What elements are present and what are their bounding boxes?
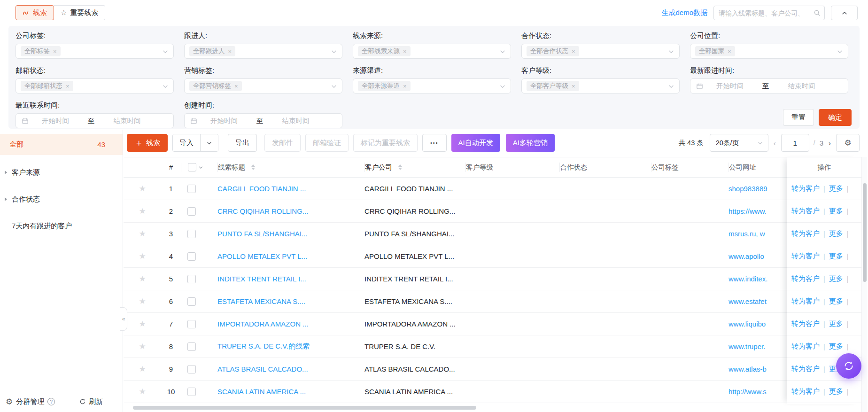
more-link[interactable]: 更多 [829, 297, 843, 306]
remove-chip-icon[interactable]: × [403, 83, 407, 89]
vertical-scrollbar-thumb[interactable] [863, 183, 867, 282]
row-checkbox[interactable] [187, 342, 196, 351]
row-checkbox[interactable] [187, 320, 196, 328]
favorite-star-icon[interactable]: ★ [139, 297, 146, 305]
lead-title-link[interactable]: INDITEX TRENT RETAIL I... [217, 275, 306, 283]
lead-title-link[interactable]: ATLAS BRASIL CALCADO... [217, 365, 308, 373]
convert-to-customer-link[interactable]: 转为客户 [791, 387, 820, 396]
lead-title-link[interactable]: PUNTO FA SL/SHANGHAI... [217, 230, 307, 238]
favorite-star-icon[interactable]: ★ [139, 320, 146, 328]
remove-chip-icon[interactable]: × [66, 83, 70, 89]
row-checkbox[interactable] [187, 252, 196, 261]
remove-chip-icon[interactable]: × [572, 83, 575, 89]
date-range-input[interactable]: 开始时间 至 结束时间 [16, 113, 174, 128]
lead-title-link[interactable]: TRUPER S.A. DE C.V.的线索 [217, 342, 310, 351]
lead-title-link[interactable]: CRRC QIQIHAR ROLLING... [217, 207, 308, 215]
filter-select[interactable]: 全部国家× [690, 44, 848, 59]
start-date-placeholder[interactable]: 开始时间 [42, 117, 69, 125]
sidebar-item-all[interactable]: 全部 43 [0, 134, 123, 155]
chevron-down-icon[interactable] [198, 165, 203, 170]
generate-demo-link[interactable]: 生成demo数据 [661, 8, 707, 17]
favorite-star-icon[interactable]: ★ [139, 230, 146, 238]
end-date-placeholder[interactable]: 结束时间 [282, 117, 310, 125]
tab-important-leads[interactable]: ☆ 重要线索 [54, 5, 105, 20]
favorite-star-icon[interactable]: ★ [139, 388, 146, 396]
row-checkbox[interactable] [187, 207, 196, 216]
row-checkbox[interactable] [187, 388, 196, 396]
help-icon[interactable]: ? [47, 398, 55, 405]
sidebar-item-cooperation-status[interactable]: 合作状态 [0, 190, 123, 209]
website-link[interactable]: www.truper. [728, 342, 765, 350]
header-company[interactable]: 客户公司 [364, 163, 465, 172]
horizontal-scrollbar-thumb[interactable] [133, 406, 476, 410]
row-checkbox[interactable] [187, 365, 196, 373]
more-link[interactable]: 更多 [829, 229, 843, 238]
remove-chip-icon[interactable]: × [572, 48, 575, 54]
lead-title-link[interactable]: ESTAFETA MEXICANA S.... [217, 297, 305, 305]
convert-to-customer-link[interactable]: 转为客户 [791, 319, 820, 328]
more-link[interactable]: 更多 [829, 274, 843, 283]
more-link[interactable]: 更多 [829, 252, 843, 261]
convert-to-customer-link[interactable]: 转为客户 [791, 342, 820, 351]
sort-icon[interactable] [251, 164, 255, 170]
next-page-button[interactable]: › [828, 139, 832, 147]
header-title[interactable]: 线索标题 [217, 163, 364, 172]
row-checkbox[interactable] [187, 297, 196, 306]
convert-to-customer-link[interactable]: 转为客户 [791, 252, 820, 261]
lead-title-link[interactable]: CARGILL FOOD TIANJIN ... [217, 185, 306, 193]
filter-select[interactable]: 全部标签× [16, 44, 174, 59]
website-link[interactable]: www.estafet [728, 297, 767, 305]
lead-title-link[interactable]: APOLLO METALEX PVT L... [217, 252, 307, 260]
lead-title-link[interactable]: SCANIA LATIN AMERICA ... [217, 388, 306, 396]
favorite-star-icon[interactable]: ★ [139, 185, 146, 193]
start-date-placeholder[interactable]: 开始时间 [716, 82, 744, 91]
search-input[interactable] [719, 9, 814, 17]
website-link[interactable]: shop983889 [728, 185, 767, 193]
filter-select[interactable]: 全部邮箱状态× [16, 78, 174, 93]
more-link[interactable]: 更多 [829, 387, 843, 396]
filter-select[interactable]: 全部线索来源× [353, 44, 511, 59]
website-link[interactable]: www.apollo [728, 252, 764, 260]
filter-select[interactable]: 全部跟进人× [184, 44, 342, 59]
page-input[interactable] [781, 134, 809, 152]
website-link[interactable]: www.atlas-b [728, 365, 767, 373]
website-link[interactable]: http://www.s [728, 388, 767, 396]
add-lead-button[interactable]: ＋ 线索 [127, 134, 168, 152]
favorite-star-icon[interactable]: ★ [139, 342, 146, 350]
end-date-placeholder[interactable]: 结束时间 [114, 117, 141, 125]
filter-select[interactable]: 全部合作状态× [521, 44, 680, 59]
sort-icon[interactable] [398, 164, 402, 170]
convert-to-customer-link[interactable]: 转为客户 [791, 207, 820, 216]
more-actions-button[interactable]: ••• [422, 134, 447, 152]
group-manage-link[interactable]: 分群管理 [16, 397, 44, 406]
confirm-button[interactable]: 确定 [819, 109, 852, 126]
send-email-button[interactable]: 发邮件 [264, 134, 301, 152]
favorite-star-icon[interactable]: ★ [139, 275, 146, 283]
page-size-select[interactable]: 20条/页 [710, 134, 768, 152]
filter-select[interactable]: 全部客户等级× [521, 78, 680, 93]
tab-leads[interactable]: 线索 [16, 5, 54, 20]
more-link[interactable]: 更多 [829, 342, 843, 351]
verify-email-button[interactable]: 邮箱验证 [305, 134, 349, 152]
ai-auto-develop-button[interactable]: AI自动开发 [451, 134, 500, 152]
column-settings-button[interactable]: ⚙ [836, 134, 860, 152]
refresh-link[interactable]: 刷新 [79, 397, 103, 406]
date-range-input[interactable]: 开始时间 至 结束时间 [690, 78, 848, 93]
filter-select[interactable]: 全部来源渠道× [353, 78, 511, 93]
prev-page-button[interactable]: ‹ [773, 139, 777, 147]
favorite-star-icon[interactable]: ★ [139, 365, 146, 373]
remove-chip-icon[interactable]: × [53, 48, 57, 54]
sidebar-collapse-handle[interactable]: « [120, 307, 127, 331]
vertical-scrollbar[interactable] [861, 157, 867, 412]
remove-chip-icon[interactable]: × [728, 48, 731, 54]
website-link[interactable]: https://www. [728, 207, 767, 215]
date-range-input[interactable]: 开始时间 至 结束时间 [184, 113, 342, 128]
row-checkbox[interactable] [187, 185, 196, 193]
end-date-placeholder[interactable]: 结束时间 [788, 82, 815, 91]
import-dropdown-button[interactable] [200, 134, 218, 151]
website-link[interactable]: www.liquibo [728, 320, 766, 328]
convert-to-customer-link[interactable]: 转为客户 [791, 184, 820, 193]
remove-chip-icon[interactable]: × [228, 48, 232, 54]
remove-chip-icon[interactable]: × [403, 48, 407, 54]
favorite-star-icon[interactable]: ★ [139, 252, 146, 260]
